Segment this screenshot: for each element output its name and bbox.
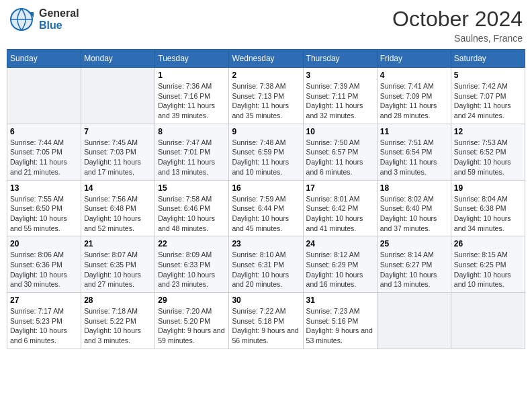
calendar-cell: 25Sunrise: 8:14 AMSunset: 6:27 PMDayligh…: [377, 236, 451, 293]
week-row-1: 1Sunrise: 7:36 AMSunset: 7:16 PMDaylight…: [7, 68, 525, 124]
month-title: October 2024: [392, 7, 523, 32]
col-header-wednesday: Wednesday: [229, 50, 303, 68]
col-header-thursday: Thursday: [303, 50, 377, 68]
day-info: Sunrise: 7:50 AMSunset: 6:57 PMDaylight:…: [306, 138, 374, 177]
day-number: 25: [380, 239, 448, 248]
calendar-cell: 30Sunrise: 7:22 AMSunset: 5:18 PMDayligh…: [229, 293, 303, 349]
calendar-cell: 9Sunrise: 7:48 AMSunset: 6:59 PMDaylight…: [229, 124, 303, 180]
day-info: Sunrise: 8:01 AMSunset: 6:42 PMDaylight:…: [306, 194, 374, 234]
col-header-saturday: Saturday: [451, 50, 525, 68]
day-info: Sunrise: 8:06 AMSunset: 6:36 PMDaylight:…: [10, 250, 78, 289]
day-info: Sunrise: 7:48 AMSunset: 6:59 PMDaylight:…: [232, 138, 300, 177]
calendar-cell: 12Sunrise: 7:53 AMSunset: 6:52 PMDayligh…: [451, 124, 525, 180]
calendar-cell: 5Sunrise: 7:42 AMSunset: 7:07 PMDaylight…: [451, 68, 525, 124]
day-number: 8: [158, 127, 226, 136]
day-info: Sunrise: 8:02 AMSunset: 6:40 PMDaylight:…: [380, 194, 448, 234]
location: Saulnes, France: [392, 33, 523, 44]
calendar-cell: 22Sunrise: 8:09 AMSunset: 6:33 PMDayligh…: [155, 236, 229, 293]
calendar-cell: 20Sunrise: 8:06 AMSunset: 6:36 PMDayligh…: [7, 236, 81, 293]
day-number: 18: [380, 183, 448, 193]
day-number: 12: [454, 127, 522, 136]
day-info: Sunrise: 7:42 AMSunset: 7:07 PMDaylight:…: [454, 81, 522, 121]
day-number: 7: [84, 127, 152, 136]
calendar-cell: 8Sunrise: 7:47 AMSunset: 7:01 PMDaylight…: [155, 124, 229, 180]
calendar-header-row: SundayMondayTuesdayWednesdayThursdayFrid…: [7, 50, 525, 68]
calendar-cell: [7, 68, 81, 124]
calendar-cell: 4Sunrise: 7:41 AMSunset: 7:09 PMDaylight…: [377, 68, 451, 124]
calendar-cell: [81, 68, 155, 124]
calendar-cell: 6Sunrise: 7:44 AMSunset: 7:05 PMDaylight…: [7, 124, 81, 180]
day-info: Sunrise: 7:22 AMSunset: 5:18 PMDaylight:…: [232, 306, 300, 346]
day-info: Sunrise: 7:53 AMSunset: 6:52 PMDaylight:…: [454, 138, 522, 177]
day-info: Sunrise: 7:45 AMSunset: 7:03 PMDaylight:…: [84, 138, 152, 177]
day-info: Sunrise: 7:23 AMSunset: 5:16 PMDaylight:…: [306, 306, 374, 346]
day-number: 26: [454, 239, 522, 248]
calendar-cell: 31Sunrise: 7:23 AMSunset: 5:16 PMDayligh…: [303, 293, 377, 349]
logo: General Blue: [9, 7, 79, 32]
day-info: Sunrise: 7:47 AMSunset: 7:01 PMDaylight:…: [158, 138, 226, 177]
col-header-sunday: Sunday: [7, 50, 81, 68]
logo-name: General: [39, 7, 79, 19]
day-number: 15: [158, 183, 226, 193]
day-info: Sunrise: 7:41 AMSunset: 7:09 PMDaylight:…: [380, 81, 448, 121]
day-number: 30: [232, 295, 300, 305]
col-header-friday: Friday: [377, 50, 451, 68]
calendar-cell: 18Sunrise: 8:02 AMSunset: 6:40 PMDayligh…: [377, 180, 451, 236]
day-number: 1: [158, 71, 226, 80]
day-number: 14: [84, 183, 152, 193]
day-number: 19: [454, 183, 522, 193]
day-number: 16: [232, 183, 300, 193]
title-section: October 2024 Saulnes, France: [392, 7, 523, 44]
day-info: Sunrise: 7:56 AMSunset: 6:48 PMDaylight:…: [84, 194, 152, 234]
day-number: 24: [306, 239, 374, 248]
day-number: 5: [454, 71, 522, 80]
page-header: General Blue October 2024 Saulnes, Franc…: [7, 7, 525, 44]
day-number: 31: [306, 295, 374, 305]
day-info: Sunrise: 8:07 AMSunset: 6:35 PMDaylight:…: [84, 250, 152, 289]
calendar-cell: 7Sunrise: 7:45 AMSunset: 7:03 PMDaylight…: [81, 124, 155, 180]
calendar-cell: 23Sunrise: 8:10 AMSunset: 6:31 PMDayligh…: [229, 236, 303, 293]
logo-sub: Blue: [39, 19, 79, 32]
day-info: Sunrise: 8:09 AMSunset: 6:33 PMDaylight:…: [158, 250, 226, 289]
day-number: 21: [84, 239, 152, 248]
calendar-cell: 16Sunrise: 7:59 AMSunset: 6:44 PMDayligh…: [229, 180, 303, 236]
day-info: Sunrise: 8:12 AMSunset: 6:29 PMDaylight:…: [306, 250, 374, 289]
calendar-cell: [451, 293, 525, 349]
day-info: Sunrise: 7:18 AMSunset: 5:22 PMDaylight:…: [84, 306, 152, 346]
col-header-tuesday: Tuesday: [155, 50, 229, 68]
day-info: Sunrise: 7:44 AMSunset: 7:05 PMDaylight:…: [10, 138, 78, 177]
day-number: 23: [232, 239, 300, 248]
week-row-4: 20Sunrise: 8:06 AMSunset: 6:36 PMDayligh…: [7, 236, 525, 293]
calendar-cell: 29Sunrise: 7:20 AMSunset: 5:20 PMDayligh…: [155, 293, 229, 349]
calendar-cell: 19Sunrise: 8:04 AMSunset: 6:38 PMDayligh…: [451, 180, 525, 236]
day-number: 4: [380, 71, 448, 80]
calendar-cell: 17Sunrise: 8:01 AMSunset: 6:42 PMDayligh…: [303, 180, 377, 236]
day-number: 6: [10, 127, 78, 136]
calendar-cell: 1Sunrise: 7:36 AMSunset: 7:16 PMDaylight…: [155, 68, 229, 124]
calendar-cell: 10Sunrise: 7:50 AMSunset: 6:57 PMDayligh…: [303, 124, 377, 180]
calendar-cell: [377, 293, 451, 349]
calendar-cell: 15Sunrise: 7:58 AMSunset: 6:46 PMDayligh…: [155, 180, 229, 236]
day-number: 9: [232, 127, 300, 136]
day-number: 13: [10, 183, 78, 193]
calendar-cell: 14Sunrise: 7:56 AMSunset: 6:48 PMDayligh…: [81, 180, 155, 236]
week-row-5: 27Sunrise: 7:17 AMSunset: 5:23 PMDayligh…: [7, 293, 525, 349]
day-number: 28: [84, 295, 152, 305]
calendar-cell: 21Sunrise: 8:07 AMSunset: 6:35 PMDayligh…: [81, 236, 155, 293]
calendar-table: SundayMondayTuesdayWednesdayThursdayFrid…: [7, 49, 525, 349]
day-info: Sunrise: 7:39 AMSunset: 7:11 PMDaylight:…: [306, 81, 374, 121]
day-number: 29: [158, 295, 226, 305]
week-row-3: 13Sunrise: 7:55 AMSunset: 6:50 PMDayligh…: [7, 180, 525, 236]
day-info: Sunrise: 7:51 AMSunset: 6:54 PMDaylight:…: [380, 138, 448, 177]
calendar-cell: 28Sunrise: 7:18 AMSunset: 5:22 PMDayligh…: [81, 293, 155, 349]
day-number: 11: [380, 127, 448, 136]
calendar-cell: 13Sunrise: 7:55 AMSunset: 6:50 PMDayligh…: [7, 180, 81, 236]
day-info: Sunrise: 7:58 AMSunset: 6:46 PMDaylight:…: [158, 194, 226, 234]
day-info: Sunrise: 8:14 AMSunset: 6:27 PMDaylight:…: [380, 250, 448, 289]
day-number: 10: [306, 127, 374, 136]
calendar-cell: 26Sunrise: 8:15 AMSunset: 6:25 PMDayligh…: [451, 236, 525, 293]
day-info: Sunrise: 7:36 AMSunset: 7:16 PMDaylight:…: [158, 81, 226, 121]
day-number: 27: [10, 295, 78, 305]
day-number: 3: [306, 71, 374, 80]
calendar-cell: 11Sunrise: 7:51 AMSunset: 6:54 PMDayligh…: [377, 124, 451, 180]
